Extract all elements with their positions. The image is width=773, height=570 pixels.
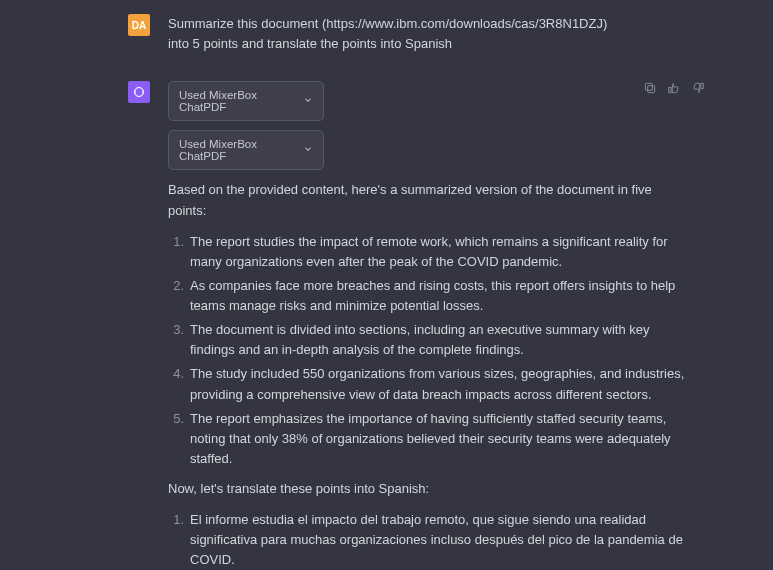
- list-text: The report emphasizes the importance of …: [190, 411, 671, 466]
- list-text: The document is divided into sections, i…: [190, 322, 650, 357]
- assistant-body: Based on the provided content, here's a …: [168, 180, 693, 570]
- intro-paragraph: Based on the provided content, here's a …: [168, 180, 693, 222]
- list-text: The study included 550 organizations fro…: [190, 366, 684, 401]
- plugin-chip-label: Used MixerBox ChatPDF: [179, 138, 295, 162]
- list-number: 3.: [168, 320, 184, 340]
- plugin-chip[interactable]: Used MixerBox ChatPDF: [168, 130, 324, 170]
- list-number: 5.: [168, 409, 184, 429]
- chevron-down-icon: [303, 144, 313, 156]
- plugin-chip-label: Used MixerBox ChatPDF: [179, 89, 295, 113]
- list-item: 3.The document is divided into sections,…: [190, 320, 693, 360]
- list-number: 4.: [168, 364, 184, 384]
- avatar-col: [0, 81, 168, 570]
- plugin-chip[interactable]: Used MixerBox ChatPDF: [168, 81, 324, 121]
- list-item: 1.El informe estudia el impacto del trab…: [190, 510, 693, 570]
- user-content: Summarize this document (https://www.ibm…: [168, 14, 773, 53]
- message-actions: [643, 81, 705, 98]
- bridge-paragraph: Now, let's translate these points into S…: [168, 479, 693, 500]
- copy-icon[interactable]: [643, 81, 657, 98]
- list-item: 5.The report emphasizes the importance o…: [190, 409, 693, 469]
- plugin-chip-row: Used MixerBox ChatPDF: [168, 81, 693, 121]
- chevron-down-icon: [303, 95, 313, 107]
- list-number: 1.: [168, 510, 184, 530]
- user-avatar: DA: [128, 14, 150, 36]
- svg-rect-1: [648, 86, 655, 93]
- plugin-chip-row: Used MixerBox ChatPDF: [168, 130, 693, 170]
- assistant-message-row: Used MixerBox ChatPDF Used MixerBox Chat…: [0, 67, 773, 570]
- list-text: The report studies the impact of remote …: [190, 234, 668, 269]
- user-avatar-initials: DA: [132, 20, 146, 31]
- list-number: 1.: [168, 232, 184, 252]
- list-item: 2.As companies face more breaches and ri…: [190, 276, 693, 316]
- list-item: 4.The study included 550 organizations f…: [190, 364, 693, 404]
- list-item: 1.The report studies the impact of remot…: [190, 232, 693, 272]
- thumbs-up-icon[interactable]: [667, 81, 681, 98]
- avatar-col: DA: [0, 14, 168, 53]
- svg-rect-2: [645, 83, 652, 90]
- user-prompt: Summarize this document (https://www.ibm…: [168, 14, 628, 53]
- list-text: As companies face more breaches and risi…: [190, 278, 675, 313]
- spanish-points-list: 1.El informe estudia el impacto del trab…: [168, 510, 693, 570]
- openai-logo-icon: [132, 85, 146, 99]
- list-text: El informe estudia el impacto del trabaj…: [190, 512, 683, 567]
- user-message-row: DA Summarize this document (https://www.…: [0, 0, 773, 67]
- assistant-content: Used MixerBox ChatPDF Used MixerBox Chat…: [168, 81, 773, 570]
- english-points-list: 1.The report studies the impact of remot…: [168, 232, 693, 470]
- list-number: 2.: [168, 276, 184, 296]
- assistant-avatar: [128, 81, 150, 103]
- thumbs-down-icon[interactable]: [691, 81, 705, 98]
